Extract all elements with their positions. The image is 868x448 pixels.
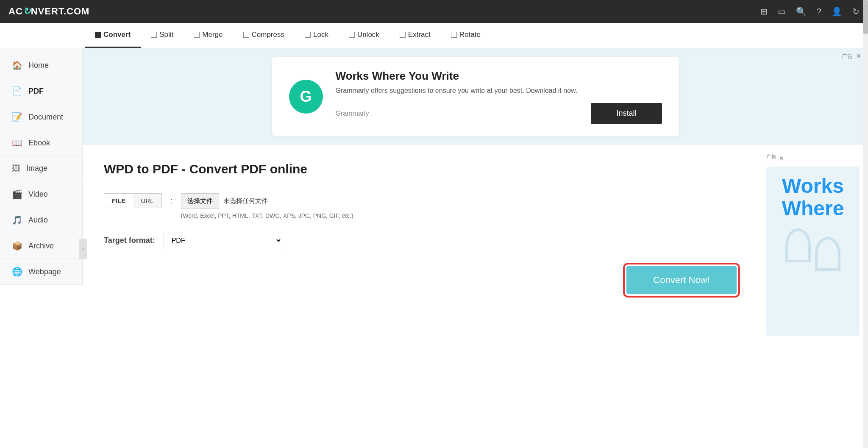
- sidebar-item-archive-label: Archive: [28, 242, 54, 250]
- ad-card: G Works Where You Write Grammarly offers…: [272, 57, 679, 136]
- help-icon[interactable]: ?: [817, 7, 821, 17]
- archive-icon: 📦: [12, 241, 22, 251]
- file-type-buttons: FILE URL: [104, 193, 162, 208]
- ad-banner-top: 广告 ✕ G Works Where You Write Grammarly o…: [83, 48, 868, 145]
- ad-bottom: Grammarly Install: [336, 103, 662, 124]
- sidebar-item-video[interactable]: 🎬 Video: [0, 181, 82, 207]
- ad-top-label: 广告: [842, 53, 853, 60]
- tab-split[interactable]: Split: [141, 23, 184, 48]
- audio-icon: 🎵: [12, 215, 22, 225]
- grammarly-letter: G: [300, 88, 312, 106]
- url-btn[interactable]: URL: [134, 194, 161, 208]
- home-icon: 🏠: [12, 60, 22, 70]
- sidebar-item-ebook[interactable]: 📖 Ebook: [0, 130, 82, 156]
- converter-section: WPD to PDF - Convert PDF online FILE URL…: [83, 145, 868, 345]
- tab-merge-label: Merge: [202, 31, 223, 39]
- sidebar-item-archive[interactable]: 📦 Archive: [0, 233, 82, 259]
- tab-unlock-label: Unlock: [357, 31, 379, 39]
- convert-btn-wrapper: Convert Now!: [104, 266, 737, 294]
- tab-lock-icon: [305, 32, 311, 38]
- sidebar-item-document-label: Document: [28, 113, 63, 122]
- user-icon[interactable]: 👤: [832, 6, 842, 17]
- sidebar-item-video-label: Video: [28, 190, 48, 199]
- tab-compress[interactable]: Compress: [233, 23, 295, 48]
- logo-text-ac: AC: [8, 6, 23, 17]
- tab-convert-icon: [95, 32, 101, 38]
- tab-rotate-icon: [451, 32, 457, 38]
- tab-rotate-label: Rotate: [459, 31, 481, 39]
- sidebar-item-image-label: Image: [26, 164, 47, 173]
- image-icon: 🖼: [12, 164, 20, 173]
- sidebar-item-webpage[interactable]: 🌐 Webpage: [0, 259, 82, 285]
- sidebar-item-audio[interactable]: 🎵 Audio: [0, 207, 82, 233]
- page-title: WPD to PDF - Convert PDF online: [104, 162, 737, 176]
- site-logo[interactable]: AC↻NVERT.COM: [8, 6, 89, 17]
- right-ad-content: Works Where: [766, 167, 860, 336]
- tab-lock-label: Lock: [313, 31, 328, 39]
- right-ad-close[interactable]: ✕: [779, 155, 784, 161]
- sidebar: 🏠 Home 📄 PDF 📝 Document 📖 Ebook 🖼 Image …: [0, 48, 83, 285]
- sidebar-item-home[interactable]: 🏠 Home: [0, 53, 82, 78]
- scrollbar-thumb[interactable]: [863, 0, 868, 34]
- sidebar-item-document[interactable]: 📝 Document: [0, 104, 82, 130]
- install-button[interactable]: Install: [591, 103, 662, 124]
- video-icon: 🎬: [12, 189, 22, 199]
- tab-rotate[interactable]: Rotate: [441, 23, 491, 48]
- ebook-icon: 📖: [12, 138, 22, 148]
- right-ad-label: 广告: [766, 153, 776, 161]
- file-btn[interactable]: FILE: [104, 194, 134, 208]
- format-row: Target format: PDF: [104, 232, 737, 249]
- tab-convert[interactable]: Convert: [85, 23, 141, 48]
- ad-title: Works Where You Write: [336, 70, 662, 83]
- logo-text-suffix: NVERT.COM: [31, 6, 90, 17]
- webpage-icon: 🌐: [12, 267, 22, 277]
- ad-text: Works Where You Write Grammarly offers s…: [336, 70, 662, 124]
- tab-compress-label: Compress: [252, 31, 284, 39]
- main-content: 广告 ✕ G Works Where You Write Grammarly o…: [83, 48, 868, 448]
- sidebar-item-pdf-label: PDF: [28, 87, 44, 96]
- tab-extract-icon: [400, 32, 406, 38]
- sidebar-item-image[interactable]: 🖼 Image: [0, 156, 82, 181]
- grammarly-logo: G: [289, 80, 323, 114]
- tab-lock[interactable]: Lock: [295, 23, 339, 48]
- right-ad: 广告 ✕ Works Where: [758, 145, 868, 345]
- tab-compress-icon: [243, 32, 249, 38]
- right-ad-text-line1: Works: [782, 175, 844, 198]
- tab-extract[interactable]: Extract: [389, 23, 441, 48]
- right-ad-text-line2: Where: [782, 198, 844, 220]
- navbar-right: ⊞ ▭ 🔍 ? 👤 ↻: [760, 6, 860, 17]
- convert-now-button[interactable]: Convert Now!: [626, 266, 737, 294]
- ad-brand: Grammarly: [336, 110, 369, 117]
- tab-unlock-icon: [349, 32, 355, 38]
- sidebar-item-pdf[interactable]: 📄 PDF: [0, 78, 82, 104]
- document-icon: 📝: [12, 112, 22, 122]
- logo-icon: ↻: [23, 6, 31, 17]
- tab-split-label: Split: [159, 31, 173, 39]
- tab-extract-label: Extract: [408, 31, 431, 39]
- tab-merge[interactable]: Merge: [184, 23, 233, 48]
- ad-desc: Grammarly offers suggestions to ensure y…: [336, 87, 662, 95]
- sidebar-container: 🏠 Home 📄 PDF 📝 Document 📖 Ebook 🖼 Image …: [0, 48, 83, 448]
- pdf-icon: 📄: [12, 86, 22, 96]
- format-select[interactable]: PDF: [164, 232, 282, 249]
- tablet-icon[interactable]: ▭: [778, 6, 786, 17]
- file-input-row: FILE URL : 选择文件 未选择任何文件 (Word, Excel, PP…: [104, 193, 737, 219]
- tab-unlock[interactable]: Unlock: [339, 23, 389, 48]
- choose-file-button[interactable]: 选择文件: [181, 193, 219, 209]
- file-hint: (Word, Excel, PPT, HTML, TXT, DWG, XPS, …: [181, 212, 353, 219]
- file-name-display: 未选择任何文件: [223, 197, 268, 205]
- scrollbar-track[interactable]: [863, 0, 868, 448]
- converter-area: WPD to PDF - Convert PDF online FILE URL…: [83, 145, 758, 345]
- navbar: AC↻NVERT.COM ⊞ ▭ 🔍 ? 👤 ↻: [0, 0, 868, 23]
- sidebar-item-webpage-label: Webpage: [28, 267, 61, 276]
- ad-top-close[interactable]: ✕: [856, 53, 861, 59]
- tab-split-icon: [151, 32, 157, 38]
- tab-merge-icon: [194, 32, 200, 38]
- sidebar-item-ebook-label: Ebook: [28, 139, 50, 147]
- grid-icon[interactable]: ⊞: [760, 6, 768, 17]
- tab-convert-label: Convert: [103, 31, 131, 39]
- refresh-icon[interactable]: ↻: [852, 6, 860, 17]
- tabbar: Convert Split Merge Compress Lock Unlock…: [0, 23, 868, 48]
- search-icon[interactable]: 🔍: [796, 6, 807, 17]
- file-colon: :: [170, 193, 172, 206]
